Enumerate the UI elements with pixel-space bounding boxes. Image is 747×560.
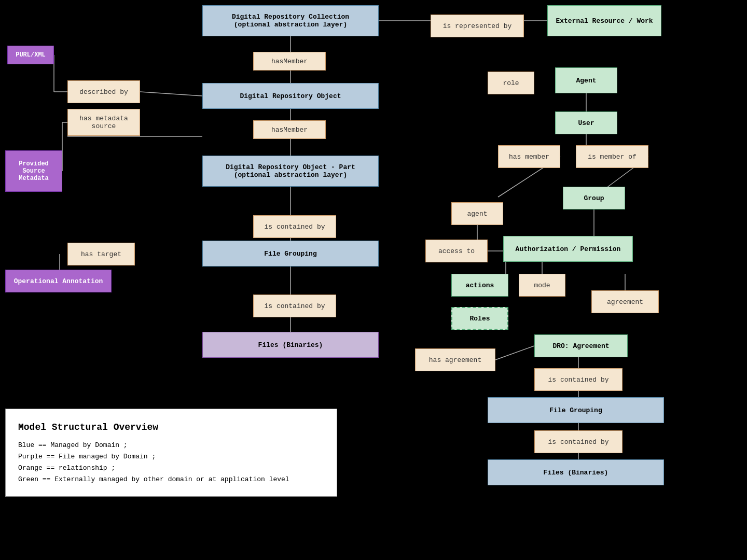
is-member-of-label: is member of [588,153,637,161]
has-member-1-node: hasMember [253,52,326,71]
digital-repo-object-part-label: Digital Repository Object - Part (option… [226,163,355,179]
agent-node: Agent [555,67,617,93]
has-member-rel-label: has member [509,153,549,161]
is-represented-by-node: is represented by [431,15,524,37]
provided-source-label: Provided Source Metadata [19,160,49,182]
has-metadata-source-label: has metadata source [79,115,128,130]
is-contained-by-4-label: is contained by [548,438,608,446]
has-member-rel-node: has member [498,145,560,168]
access-to-node: access to [425,240,488,262]
agent-rel-label: agent [467,210,487,218]
diagram: Digital Repository Collection (optional … [0,0,747,560]
has-member-2-node: hasMember [253,120,326,139]
auth-permission-label: Authorization / Permission [516,245,621,253]
legend-line-4: Green == Externally managed by other dom… [18,474,324,485]
is-contained-by-3-label: is contained by [548,376,608,384]
has-agreement-label: has agreement [429,356,481,364]
digital-repo-collection-label: Digital Repository Collection (optional … [232,13,349,29]
operational-annotation-label: Operational Annotation [14,277,103,285]
is-contained-by-1-label: is contained by [264,223,325,231]
group-label: Group [584,194,604,202]
agreement-label: agreement [607,298,643,306]
digital-repo-collection-node: Digital Repository Collection (optional … [202,5,379,36]
role-label: role [503,79,519,87]
files-binaries-2-node: Files (Binaries) [488,459,664,485]
legend-box: Model Structural Overview Blue == Manage… [5,409,337,497]
mode-node: mode [519,274,565,297]
is-represented-by-label: is represented by [443,22,512,30]
file-grouping-1-label: File Grouping [264,250,316,258]
group-node: Group [563,187,625,209]
auth-permission-node: Authorization / Permission [503,236,633,262]
dro-agreement-label: DRO: Agreement [552,342,609,350]
file-grouping-2-node: File Grouping [488,397,664,423]
digital-repo-object-node: Digital Repository Object [202,83,379,109]
described-by-node: described by [67,80,140,103]
role-node: role [488,72,534,94]
is-contained-by-1-node: is contained by [253,215,336,238]
has-member-2-label: hasMember [271,126,308,134]
legend-line-3: Orange == relationship ; [18,463,324,474]
svg-line-10 [140,92,202,96]
roles-node: Roles [451,307,508,330]
has-target-node: has target [67,243,135,265]
files-binaries-1-label: Files (Binaries) [258,341,323,349]
purl-xml-node: PURL/XML [7,46,54,64]
access-to-label: access to [438,247,475,255]
is-contained-by-2-label: is contained by [264,302,325,310]
provided-source-node: Provided Source Metadata [5,150,62,192]
has-member-1-label: hasMember [271,58,308,65]
digital-repo-object-part-node: Digital Repository Object - Part (option… [202,156,379,187]
purl-xml-label: PURL/XML [16,51,46,59]
is-contained-by-2-node: is contained by [253,295,336,317]
described-by-label: described by [79,88,128,96]
mode-label: mode [534,282,550,289]
roles-label: Roles [469,315,490,323]
is-contained-by-3-node: is contained by [534,368,622,391]
actions-label: actions [466,282,494,289]
operational-annotation-node: Operational Annotation [5,270,112,292]
legend-line-2: Purple == File managed by Domain ; [18,451,324,463]
external-resource-node: External Resource / Work [547,5,661,36]
digital-repo-object-label: Digital Repository Object [240,92,341,100]
has-target-label: has target [81,250,121,258]
file-grouping-2-label: File Grouping [549,407,602,414]
agreement-node: agreement [591,290,659,313]
has-agreement-node: has agreement [415,348,495,371]
dro-agreement-node: DRO: Agreement [534,334,628,357]
legend-line-1: Blue == Managed by Domain ; [18,440,324,451]
files-binaries-2-label: Files (Binaries) [544,469,608,477]
actions-node: actions [451,274,508,297]
is-member-of-node: is member of [576,145,648,168]
file-grouping-1-node: File Grouping [202,241,379,267]
legend-title: Model Structural Overview [18,419,324,436]
is-contained-by-4-node: is contained by [534,430,622,453]
user-label: User [578,119,594,127]
user-node: User [555,111,617,134]
external-resource-label: External Resource / Work [556,17,653,25]
svg-line-31 [495,346,534,360]
agent-rel-node: agent [451,202,503,225]
files-binaries-1-node: Files (Binaries) [202,332,379,358]
has-metadata-source-node: has metadata source [67,109,140,136]
agent-node-label: Agent [576,77,596,85]
